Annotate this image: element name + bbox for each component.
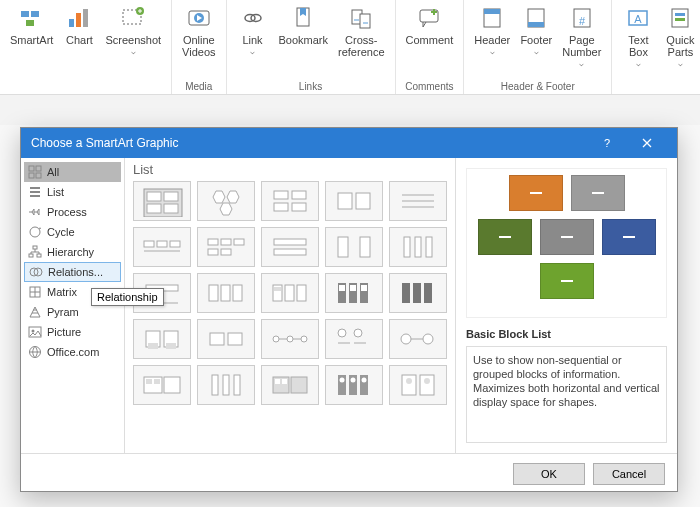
page-number-button[interactable]: #Page Number xyxy=(558,2,605,72)
layout-thumb[interactable] xyxy=(261,273,319,313)
ribbon-group: HeaderFooter#Page NumberHeader & Footer xyxy=(464,0,612,94)
nav-label: Relations... xyxy=(48,266,103,278)
layout-thumb[interactable] xyxy=(197,181,255,221)
nav-all[interactable]: All xyxy=(24,162,121,182)
layout-thumb[interactable] xyxy=(133,365,191,405)
category-nav: AllListProcessCycleHierarchyRelations...… xyxy=(21,158,125,453)
svg-rect-59 xyxy=(221,239,231,245)
svg-point-94 xyxy=(287,336,293,342)
layout-thumb[interactable] xyxy=(389,319,447,359)
layout-thumb[interactable] xyxy=(197,365,255,405)
ribbon-label: Link xyxy=(242,34,262,58)
layout-thumb[interactable] xyxy=(197,273,255,313)
layout-thumb[interactable] xyxy=(325,365,383,405)
layout-thumb[interactable] xyxy=(261,319,319,359)
svg-rect-43 xyxy=(164,192,178,201)
svg-rect-61 xyxy=(208,249,218,255)
comment-button[interactable]: Comment xyxy=(402,2,458,48)
cross-reference-icon xyxy=(347,4,375,32)
nav-officecom[interactable]: Office.com xyxy=(24,342,121,362)
thumb-icon xyxy=(332,369,376,401)
layout-thumb[interactable] xyxy=(325,181,383,221)
svg-rect-63 xyxy=(274,239,306,245)
svg-rect-54 xyxy=(356,193,370,209)
footer-button[interactable]: Footer xyxy=(516,2,556,72)
layout-thumb[interactable] xyxy=(325,319,383,359)
thumb-icon xyxy=(268,369,312,401)
svg-rect-91 xyxy=(210,333,224,345)
layout-thumb[interactable] xyxy=(261,365,319,405)
gallery-header: List xyxy=(133,162,447,177)
svg-point-93 xyxy=(273,336,279,342)
svg-text:#: # xyxy=(579,15,586,27)
layout-thumb[interactable] xyxy=(389,181,447,221)
thumb-icon xyxy=(396,323,440,355)
svg-point-97 xyxy=(354,329,362,337)
layout-thumb[interactable] xyxy=(133,319,191,359)
bookmark-button[interactable]: Bookmark xyxy=(275,2,333,60)
svg-rect-17 xyxy=(484,9,500,14)
tooltip: Relationship xyxy=(91,288,164,306)
nav-list[interactable]: List xyxy=(24,182,121,202)
layout-thumb[interactable] xyxy=(261,181,319,221)
quick-parts-button[interactable]: Quick Parts xyxy=(660,2,700,72)
svg-rect-28 xyxy=(36,166,41,171)
svg-marker-48 xyxy=(220,203,232,215)
dialog-title: Choose a SmartArt Graphic xyxy=(31,136,587,150)
header-button[interactable]: Header xyxy=(470,2,514,72)
layout-thumb[interactable] xyxy=(133,181,191,221)
layout-thumb[interactable] xyxy=(133,227,191,267)
svg-rect-72 xyxy=(221,285,230,301)
online-videos-button[interactable]: Online Videos xyxy=(178,2,219,60)
thumb-icon xyxy=(204,323,248,355)
layout-thumb[interactable] xyxy=(325,273,383,313)
close-button[interactable] xyxy=(627,128,667,158)
nav-picture[interactable]: Picture xyxy=(24,322,121,342)
ribbon-group: Online VideosMedia xyxy=(172,0,226,94)
document-area xyxy=(0,95,700,125)
svg-rect-27 xyxy=(29,166,34,171)
svg-point-120 xyxy=(424,378,430,384)
process-icon xyxy=(28,205,42,219)
svg-rect-49 xyxy=(274,191,288,199)
ribbon-label: Chart xyxy=(66,34,93,46)
layout-thumb[interactable] xyxy=(389,227,447,267)
help-button[interactable]: ? xyxy=(587,128,627,158)
preview-name: Basic Block List xyxy=(466,328,667,340)
layout-gallery: List xyxy=(125,158,455,453)
cancel-button[interactable]: Cancel xyxy=(593,463,665,485)
svg-rect-69 xyxy=(426,237,432,257)
nav-label: Matrix xyxy=(47,286,77,298)
text-box-button[interactable]: AText Box xyxy=(618,2,658,72)
ribbon-label: Quick Parts xyxy=(666,34,694,70)
chart-button[interactable]: Chart xyxy=(59,2,99,60)
nav-cycle[interactable]: Cycle xyxy=(24,222,121,242)
layout-thumb[interactable] xyxy=(389,273,447,313)
svg-rect-103 xyxy=(154,379,160,384)
link-button[interactable]: Link xyxy=(233,2,273,60)
svg-rect-0 xyxy=(21,11,29,17)
svg-rect-77 xyxy=(274,287,281,291)
nav-relationship[interactable]: Relations... xyxy=(24,262,121,282)
svg-rect-30 xyxy=(36,173,41,178)
ribbon-group: SmartArtChartScreenshot xyxy=(0,0,172,94)
svg-rect-1 xyxy=(31,11,39,17)
ok-button[interactable]: OK xyxy=(513,463,585,485)
layout-thumb[interactable] xyxy=(389,365,447,405)
svg-rect-90 xyxy=(166,343,176,349)
smartart-button[interactable]: SmartArt xyxy=(6,2,57,60)
svg-rect-14 xyxy=(360,14,370,28)
dialog-body: AllListProcessCycleHierarchyRelations...… xyxy=(21,158,677,453)
svg-rect-75 xyxy=(285,285,294,301)
svg-rect-29 xyxy=(29,173,34,178)
layout-thumb[interactable] xyxy=(325,227,383,267)
layout-thumb[interactable] xyxy=(197,227,255,267)
layout-thumb[interactable] xyxy=(197,319,255,359)
nav-process[interactable]: Process xyxy=(24,202,121,222)
cross-reference-button[interactable]: Cross- reference xyxy=(334,2,388,60)
thumb-icon xyxy=(396,277,440,309)
nav-hierarchy[interactable]: Hierarchy xyxy=(24,242,121,262)
layout-thumb[interactable] xyxy=(261,227,319,267)
svg-rect-33 xyxy=(29,254,33,257)
screenshot-button[interactable]: Screenshot xyxy=(101,2,165,60)
